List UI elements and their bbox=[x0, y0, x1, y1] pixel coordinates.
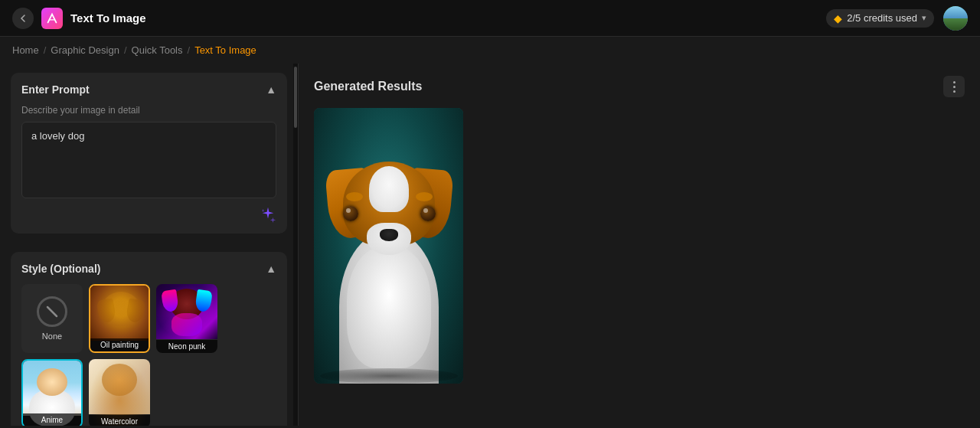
right-panel: Generated Results Smart AI bbox=[299, 64, 980, 426]
app-header: Text To Image ◆ 2/5 credits used ▾ bbox=[0, 0, 980, 37]
style-section: Style (Optional) ▲ None bbox=[11, 252, 287, 426]
scrollbar-track bbox=[293, 64, 298, 426]
style-item-oil-painting[interactable]: Oil painting bbox=[89, 284, 150, 353]
header-right: ◆ 2/5 credits used ▾ bbox=[826, 6, 968, 31]
generated-dog-image[interactable] bbox=[314, 108, 463, 384]
style-label-anime: Anime bbox=[23, 413, 81, 426]
prompt-section-title: Enter Prompt bbox=[21, 83, 90, 96]
ai-sparkle-icon[interactable] bbox=[260, 206, 276, 223]
none-circle-icon bbox=[37, 296, 67, 327]
breadcrumb-sep-2: / bbox=[124, 44, 127, 56]
dot-2 bbox=[953, 86, 956, 88]
dot-1 bbox=[953, 81, 956, 83]
style-section-title: Style (Optional) bbox=[21, 263, 100, 275]
breadcrumb-sep-3: / bbox=[188, 44, 191, 56]
style-collapse-button[interactable]: ▲ bbox=[266, 263, 276, 275]
prompt-section: Enter Prompt ▲ Describe your image in de… bbox=[11, 73, 287, 234]
style-label-none: None bbox=[42, 332, 62, 341]
results-header: Generated Results bbox=[314, 76, 965, 97]
oil-painting-preview bbox=[90, 286, 150, 341]
style-item-neon-punk[interactable]: Neon punk bbox=[156, 284, 217, 353]
breadcrumb: Home / Graphic Design / Quick Tools / Te… bbox=[0, 37, 980, 64]
prompt-section-header: Enter Prompt ▲ bbox=[21, 83, 276, 96]
credits-badge[interactable]: ◆ 2/5 credits used ▾ bbox=[826, 9, 934, 28]
breadcrumb-current: Text To Image bbox=[194, 44, 256, 56]
prompt-label: Describe your image in detail bbox=[21, 105, 276, 116]
style-item-anime[interactable]: Anime bbox=[21, 359, 83, 426]
ai-icon-container bbox=[21, 206, 276, 223]
credits-diamond-icon: ◆ bbox=[834, 12, 842, 25]
svg-line-0 bbox=[47, 307, 57, 316]
style-grid-row2: Anime Watercolor bbox=[21, 359, 276, 426]
anime-preview bbox=[23, 361, 83, 416]
generated-image-container: Smart AI bbox=[314, 108, 463, 384]
style-section-header: Style (Optional) ▲ bbox=[21, 263, 276, 275]
prompt-textarea[interactable]: a lovely dog bbox=[21, 122, 276, 198]
credits-chevron-icon: ▾ bbox=[922, 13, 926, 23]
results-title: Generated Results bbox=[314, 80, 422, 93]
style-item-none[interactable]: None bbox=[21, 284, 83, 353]
breadcrumb-quick-tools[interactable]: Quick Tools bbox=[132, 44, 183, 56]
style-label-oil-painting: Oil painting bbox=[90, 338, 149, 351]
style-item-watercolor[interactable]: Watercolor bbox=[89, 359, 150, 426]
breadcrumb-graphic-design[interactable]: Graphic Design bbox=[51, 44, 119, 56]
user-avatar[interactable] bbox=[943, 6, 968, 31]
credits-text: 2/5 credits used bbox=[847, 12, 917, 24]
scrollbar-thumb[interactable] bbox=[294, 67, 297, 128]
prompt-collapse-button[interactable]: ▲ bbox=[266, 83, 276, 96]
app-title: Text To Image bbox=[70, 11, 826, 25]
app-logo bbox=[41, 8, 63, 29]
main-layout: Enter Prompt ▲ Describe your image in de… bbox=[0, 64, 980, 426]
more-options-button[interactable] bbox=[943, 76, 965, 97]
neon-punk-preview bbox=[156, 284, 217, 339]
watercolor-preview bbox=[89, 359, 150, 414]
breadcrumb-home[interactable]: Home bbox=[12, 44, 39, 56]
style-grid: None Oil painting bbox=[21, 284, 276, 353]
breadcrumb-sep-1: / bbox=[44, 44, 47, 56]
left-panel: Enter Prompt ▲ Describe your image in de… bbox=[0, 64, 299, 426]
style-label-neon-punk: Neon punk bbox=[156, 340, 217, 353]
dot-3 bbox=[953, 90, 956, 93]
back-button[interactable] bbox=[12, 8, 34, 29]
style-label-watercolor: Watercolor bbox=[89, 415, 150, 426]
